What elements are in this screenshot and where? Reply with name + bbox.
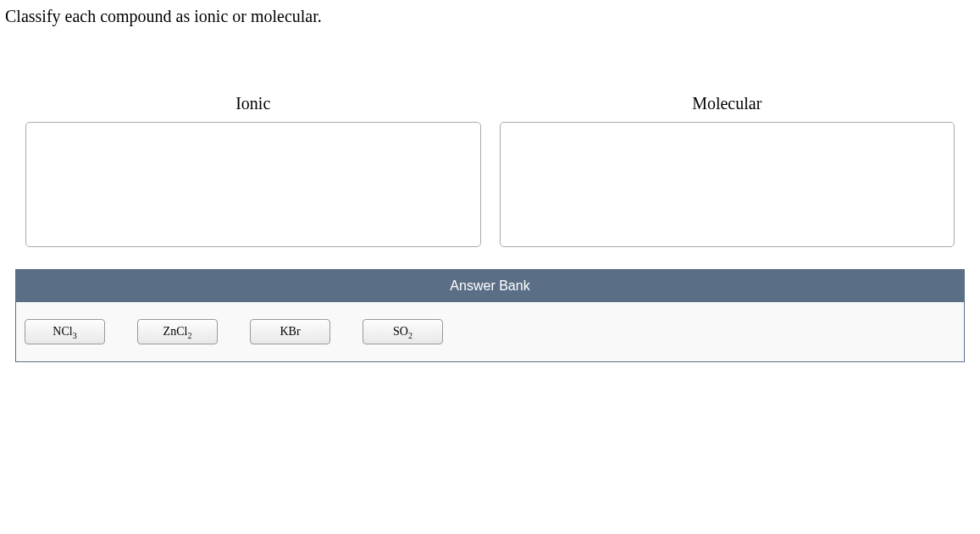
drop-zone-ionic[interactable] [25, 122, 481, 247]
drop-zone-molecular[interactable] [500, 122, 955, 247]
category-label-ionic: Ionic [235, 94, 270, 113]
compound-formula: ZnCl2 [163, 325, 192, 339]
question-prompt: Classify each compound as ionic or molec… [0, 0, 980, 26]
compound-formula: KBr [280, 325, 300, 339]
category-label-molecular: Molecular [692, 94, 761, 113]
compound-zncl2[interactable]: ZnCl2 [137, 319, 218, 344]
categories-container: Ionic Molecular [0, 94, 980, 247]
answer-bank-header: Answer Bank [16, 270, 964, 302]
category-molecular: Molecular [500, 94, 955, 247]
compound-ncl3[interactable]: NCl3 [25, 319, 105, 344]
compound-so2[interactable]: SO2 [363, 319, 443, 344]
answer-bank: Answer Bank NCl3 ZnCl2 KBr SO2 [15, 269, 965, 362]
compound-formula: SO2 [393, 325, 412, 339]
compound-formula: NCl3 [53, 325, 76, 339]
answer-bank-items: NCl3 ZnCl2 KBr SO2 [16, 302, 964, 361]
category-ionic: Ionic [25, 94, 481, 247]
compound-kbr[interactable]: KBr [250, 319, 330, 344]
